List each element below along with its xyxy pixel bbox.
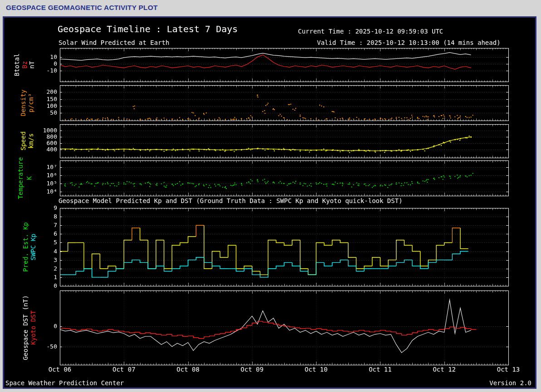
y-tick-label: 0 xyxy=(36,282,57,289)
footer-version-label: Version 2.0 xyxy=(489,379,531,387)
x-axis-day-label: Oct 10 xyxy=(305,366,328,373)
y-tick-label: 2 xyxy=(36,265,57,272)
y-tick-label: 10⁴ xyxy=(36,188,57,195)
y-axis-title: Bz xyxy=(21,61,28,69)
y-tick-label: 1000 xyxy=(36,127,57,134)
y-tick-label: 4 xyxy=(36,248,57,255)
y-tick-label: -50 xyxy=(36,343,57,350)
y-tick-label: 1 xyxy=(36,274,57,281)
y-tick-label: 800 xyxy=(36,133,57,140)
y-tick-label: 0 xyxy=(36,60,57,67)
x-axis-day-label: Oct 11 xyxy=(369,366,392,373)
y-tick-label: 10⁵ xyxy=(36,180,57,187)
y-axis-title: Pred. Est. Kp xyxy=(22,222,29,272)
y-tick-label: 7 xyxy=(36,222,57,228)
y-tick-label: 0 xyxy=(36,323,57,329)
page-title: GEOSPACE GEOMAGNETIC ACTIVITY PLOT xyxy=(6,4,158,12)
y-tick-label: 150 xyxy=(36,96,57,102)
current-time-label: Current Time : 2025-10-12 09:59:03 UTC xyxy=(298,28,443,35)
plot-title: Geospace Timeline : Latest 7 Days xyxy=(58,24,238,34)
y-axis-title: Btotal xyxy=(13,53,20,77)
x-axis-day-label: Oct 12 xyxy=(433,366,456,373)
y-tick-label: 200 xyxy=(36,88,57,95)
y-tick-label: 8 xyxy=(36,213,57,220)
y-tick-label: 10⁶ xyxy=(36,172,57,179)
y-tick-label: 400 xyxy=(36,146,57,153)
y-tick-label: 10⁷ xyxy=(36,164,57,170)
y-axis-title: K xyxy=(25,176,33,180)
y-axis-title: Temperature xyxy=(17,157,24,199)
y-axis-title: SWPC Kp xyxy=(29,233,37,260)
y-tick-label: 100 xyxy=(36,102,57,109)
x-axis-day-label: Oct 08 xyxy=(176,366,200,373)
plot-frame: Geospace Timeline : Latest 7 Days Curren… xyxy=(3,16,536,389)
x-axis-day-label: Oct 09 xyxy=(241,366,264,373)
kp-dst-section-title: Geospace Model Predicted Kp and DST (Gro… xyxy=(58,197,403,204)
y-tick-label: 3 xyxy=(36,256,57,263)
x-axis-day-label: Oct 13 xyxy=(497,366,520,373)
y-tick-label: 6 xyxy=(36,230,57,237)
y-tick-label: 5 xyxy=(36,239,57,246)
y-axis-title: Density xyxy=(19,89,27,116)
y-axis-title: Geospace DST (nT) xyxy=(22,295,29,360)
valid-time-label: Valid Time : 2025-10-12 10:13:00 (14 min… xyxy=(317,39,501,46)
y-axis-title: Kyoto DST xyxy=(29,310,37,345)
x-axis-day-label: Oct 06 xyxy=(49,366,72,373)
y-tick-label: 50 xyxy=(36,109,57,116)
solar-wind-subtitle: Solar Wind Predicted at Earth xyxy=(58,39,169,46)
y-axis-title: km/s xyxy=(27,133,34,149)
page-header: GEOSPACE GEOMAGNETIC ACTIVITY PLOT xyxy=(0,0,541,15)
page: GEOSPACE GEOMAGNETIC ACTIVITY PLOT Geosp… xyxy=(0,0,541,392)
y-axis-title: p/cm³ xyxy=(27,93,34,112)
y-axis-title: Speed xyxy=(19,131,27,150)
y-tick-label: -10 xyxy=(36,67,57,74)
y-tick-label: 600 xyxy=(36,140,57,146)
x-axis-day-label: Oct 07 xyxy=(112,366,136,373)
y-tick-label: 10 xyxy=(36,53,57,60)
y-axis-title: nT xyxy=(28,61,35,69)
y-tick-label: 9 xyxy=(36,204,57,211)
footer-org-label: Space Weather Prediction Center xyxy=(5,379,124,387)
